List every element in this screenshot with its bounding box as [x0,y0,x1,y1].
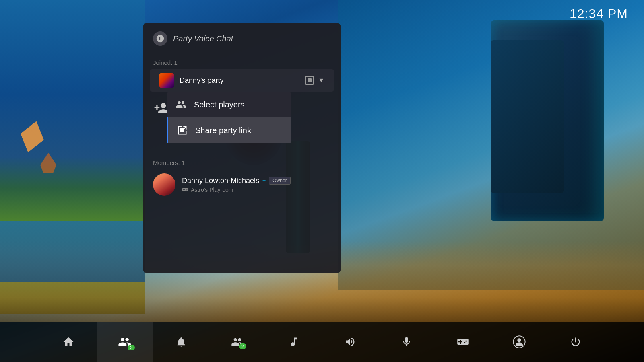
clock: 12:34 PM [570,6,628,21]
member-game-text: Astro's Playroom [191,187,233,193]
friends-icon: 2 [231,335,244,348]
party-name: Danny's party [180,76,299,85]
nav-item-music[interactable] [266,322,322,362]
nav-item-party[interactable]: 2 [97,322,153,362]
mic-icon [401,336,412,348]
water-area [0,221,145,282]
nav-item-home[interactable] [40,322,97,362]
nav-item-profile[interactable] [491,322,547,362]
home-icon [62,336,74,348]
ps-plus-icon: + [262,177,266,184]
select-players-icon [175,98,188,111]
chevron-down-icon: ▼ [318,77,324,84]
ps-icon [153,31,167,46]
clock-time: 12:34 PM [570,6,628,21]
nav-item-gamepad[interactable] [435,322,491,362]
member-game-row: Astro's Playroom [182,187,331,193]
members-count: Members: 1 [143,153,341,169]
nav-item-notifications[interactable] [153,322,209,362]
party-icon: 2 [118,335,132,349]
add-player-dropdown: Select players Share party link [167,92,291,143]
profile-icon [513,335,526,348]
party-badge: 2 [128,345,135,350]
bottom-nav: 2 2 [0,322,644,362]
speaker-icon [345,336,356,348]
member-row[interactable]: Danny Lowton-Michaels + Owner Astro's Pl… [143,169,341,200]
share-party-link-label: Share party link [195,126,251,135]
gamepad-icon [457,336,469,348]
stop-icon [305,76,314,85]
party-panel: Party Voice Chat Joined: 1 Danny's party… [143,23,341,273]
panel-header: Party Voice Chat [143,23,341,54]
friends-badge: 2 [239,343,246,349]
power-icon [570,336,581,348]
nav-item-mic[interactable] [378,322,435,362]
add-player-area: Select players Share party link [143,92,341,117]
svg-point-4 [517,338,521,342]
nav-item-audio[interactable] [322,322,378,362]
music-icon [288,336,299,348]
member-info: Danny Lowton-Michaels + Owner Astro's Pl… [182,177,331,193]
party-row[interactable]: Danny's party ▼ [150,69,334,92]
nav-item-friends[interactable]: 2 [209,322,266,362]
member-name-row: Danny Lowton-Michaels + Owner [182,177,331,185]
bell-icon [175,336,187,348]
party-avatar [159,73,174,88]
panel-title: Party Voice Chat [173,34,233,43]
svg-rect-1 [181,129,183,131]
select-players-item[interactable]: Select players [167,92,291,117]
share-party-link-item[interactable]: Share party link [167,117,291,143]
member-name-text: Danny Lowton-Michaels [182,177,259,185]
member-avatar [153,173,175,196]
party-icons: ▼ [305,76,324,85]
share-party-link-icon [176,124,189,137]
owner-badge: Owner [269,177,290,185]
nav-item-power[interactable] [547,322,604,362]
controller-icon [182,187,188,193]
joined-count: Joined: 1 [143,54,341,69]
select-players-label: Select players [194,100,245,109]
